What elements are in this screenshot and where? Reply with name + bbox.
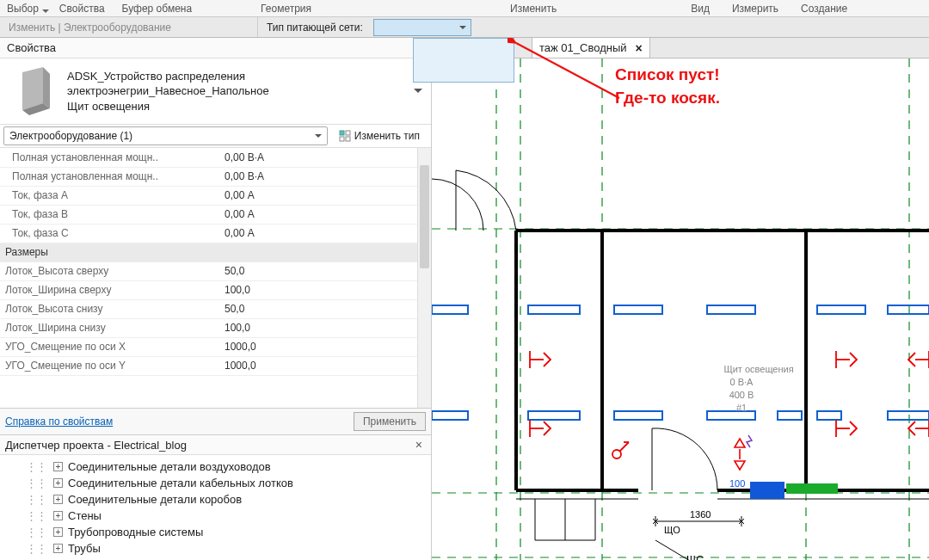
ribbon-group-geometry: Геометрия (254, 3, 318, 15)
ribbon-group-modify: Изменить (503, 3, 563, 15)
tree-node[interactable]: ⋮⋮+Соединительные детали кабельных лотко… (26, 475, 431, 491)
properties-panel-title: Свойства (0, 38, 431, 58)
tree-node[interactable]: ⋮⋮+Стены (26, 508, 431, 524)
view-canvas[interactable]: таж 01_Сводный × (432, 38, 929, 560)
svg-line-56 (619, 442, 629, 452)
view-tab-title: таж 01_Сводный (539, 41, 627, 54)
param-label: Лоток_Высота сверху (0, 262, 219, 280)
svg-rect-40 (888, 305, 929, 314)
param-value[interactable]: 0,00 А (219, 186, 431, 205)
param-value[interactable]: 50,0 (219, 299, 431, 318)
svg-marker-2 (43, 67, 50, 108)
expand-icon[interactable]: + (53, 527, 63, 537)
annotation-line1: Список пуст! (615, 64, 720, 87)
param-label: Лоток_Ширина снизу (0, 318, 219, 337)
option-bar: Изменить | Электрооборудование Тип питаю… (0, 17, 929, 38)
properties-footer: Справка по свойствам Применить (0, 408, 431, 434)
tree-node-label: Соединительные детали коробов (68, 493, 242, 506)
edit-type-button[interactable]: Изменить тип (333, 126, 426, 145)
edit-type-icon (339, 130, 351, 142)
svg-rect-35 (707, 305, 755, 314)
project-browser-title: Диспетчер проекта - Electrical_blog (5, 439, 187, 452)
annotation-line2: Где-то косяк. (615, 87, 720, 110)
param-value[interactable]: 1000,0 (219, 337, 431, 356)
ribbon-group-labels: Выбор Свойства Буфер обмена Геометрия Из… (0, 0, 929, 17)
modify-context-label: Изменить | Электрооборудование (0, 17, 258, 37)
tree-node[interactable]: ⋮⋮+Соединительные детали воздуховодов (26, 458, 431, 475)
param-label: УГО_Смещение по оси X (0, 337, 219, 356)
param-label: УГО_Смещение по оси Y (0, 356, 219, 375)
svg-rect-30 (432, 305, 468, 314)
expand-icon[interactable]: + (53, 478, 63, 488)
category-filter-combo[interactable]: Электрооборудование (1) (3, 126, 328, 145)
svg-rect-7 (346, 137, 350, 141)
view-tab[interactable]: таж 01_Сводный × (532, 38, 650, 58)
panel-id-text: #1 (736, 403, 747, 413)
ribbon-group-properties: Свойства (52, 3, 112, 15)
svg-rect-33 (528, 411, 580, 420)
panel-va-text: 0 В·А (730, 377, 754, 387)
ribbon-group-select[interactable]: Выбор (0, 3, 52, 15)
svg-rect-41 (888, 411, 929, 420)
supply-network-dropdown-empty[interactable] (413, 38, 514, 83)
drawing-area[interactable]: 100 1360 ЩО ЩС Щит освещения (432, 58, 929, 560)
category-filter-text: Электрооборудование (1) (9, 130, 132, 142)
supply-network-combo[interactable] (373, 19, 471, 36)
family-thumbnail (7, 65, 58, 117)
svg-marker-1 (22, 67, 43, 110)
param-label: Ток, фаза A (0, 186, 219, 205)
tree-node[interactable]: ⋮⋮+Соединительные детали коробов (26, 491, 431, 508)
type-text: ADSK_Устройство распределения электроэне… (67, 69, 403, 114)
param-value[interactable]: 100,0 (219, 280, 431, 299)
panel-volt-text: 400 В (729, 390, 754, 400)
tree-node-label: Стены (68, 509, 102, 522)
param-label: Лоток_Ширина сверху (0, 280, 219, 299)
left-column: Свойства ADSK_Устройство распределения э… (0, 38, 432, 560)
type-selector-row[interactable]: ADSK_Устройство распределения электроэне… (0, 58, 431, 124)
type-dropdown-icon[interactable] (412, 85, 424, 97)
svg-rect-6 (340, 137, 344, 141)
tree-node-label: Трубопроводные системы (68, 526, 203, 538)
svg-rect-32 (432, 411, 468, 420)
view-tab-close-icon[interactable]: × (636, 41, 643, 55)
ribbon-group-view: Вид (684, 3, 717, 15)
param-value[interactable]: 0,00 В·А (219, 167, 431, 186)
tree-node[interactable]: ⋮⋮+Трубопроводные системы (26, 524, 431, 540)
expand-icon[interactable]: + (53, 544, 63, 553)
param-label: Полная установленная мощн.. (0, 148, 219, 167)
param-label: Лоток_Высота снизу (0, 299, 219, 318)
close-icon[interactable]: × (412, 438, 426, 452)
expand-icon[interactable]: + (53, 495, 63, 504)
apply-button[interactable]: Применить (354, 412, 426, 431)
tree-node[interactable]: ⋮⋮+Трубы (26, 540, 431, 557)
tree-node-label: Соединительные детали кабельных лотков (68, 477, 293, 489)
ribbon-group-measure: Измерить (725, 3, 785, 15)
properties-help-link[interactable]: Справка по свойствам (5, 415, 113, 428)
svg-rect-31 (528, 305, 580, 314)
param-value[interactable]: 50,0 (219, 262, 431, 280)
svg-rect-60 (786, 483, 838, 494)
edit-type-label: Изменить тип (354, 130, 420, 142)
ribbon-group-create: Создание (794, 3, 854, 15)
param-value[interactable]: 0,00 А (219, 224, 431, 243)
param-value[interactable]: 0,00 А (219, 205, 431, 224)
svg-rect-38 (778, 411, 802, 420)
expand-icon[interactable]: + (53, 462, 63, 471)
properties-scrollbar[interactable] (417, 148, 431, 408)
expand-icon[interactable]: + (53, 511, 63, 520)
type-name: Щит освещения (67, 99, 403, 114)
tag-2: ЩС (686, 554, 704, 560)
supply-network-label: Тип питающей сети: (258, 22, 372, 34)
project-browser-tree[interactable]: ⋮⋮+Соединительные детали воздуховодов⋮⋮+… (0, 455, 431, 560)
dim-1360: 1360 (690, 509, 711, 520)
properties-panel: Свойства ADSK_Устройство распределения э… (0, 38, 431, 434)
svg-rect-34 (614, 305, 662, 314)
param-value[interactable]: 0,00 В·А (219, 148, 431, 167)
param-value[interactable]: 1000,0 (219, 356, 431, 375)
dim-100: 100 (729, 478, 745, 489)
svg-rect-39 (817, 305, 865, 314)
group-header-dimensions[interactable]: Размеры⌃ (0, 243, 431, 262)
properties-grid: Полная установленная мощн..0,00 В·АПолна… (0, 148, 431, 408)
param-value[interactable]: 100,0 (219, 318, 431, 337)
svg-rect-36 (614, 411, 662, 420)
